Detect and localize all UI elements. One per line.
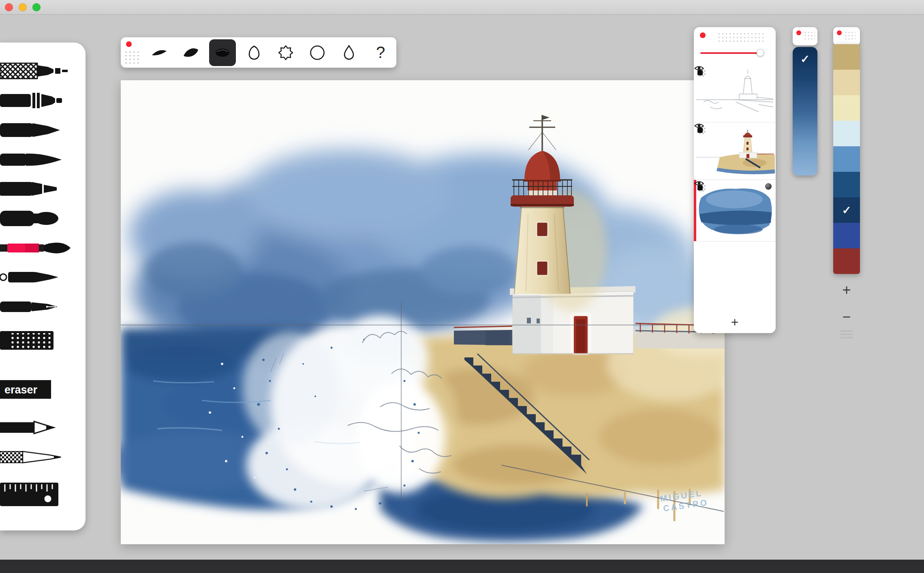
eye-icon[interactable] <box>694 65 704 72</box>
tool-paint-brush-selected[interactable] <box>0 233 95 263</box>
gradient-picker: ✓ <box>793 27 817 218</box>
layers-grip-dots-icon[interactable] <box>717 32 765 43</box>
paint-brush-icon <box>0 235 95 261</box>
color-swatch[interactable] <box>833 44 860 70</box>
brush-shape-seal-star[interactable] <box>270 37 302 68</box>
wash-layer-thumbnail <box>694 180 776 242</box>
tool-chisel-marker[interactable] <box>0 174 81 203</box>
crosshatch-marker-icon <box>0 58 81 84</box>
palette-drag-card[interactable] <box>833 27 860 45</box>
brush-shape-flat-nib[interactable] <box>143 37 175 68</box>
tool-sidebar: eraser <box>0 43 86 530</box>
seal-star-icon <box>276 43 295 62</box>
pencil-icon <box>0 415 81 440</box>
brush-shape-toolbar: ? <box>121 37 396 68</box>
tool-pastel-pencil[interactable] <box>0 442 81 472</box>
tool-round-brush[interactable] <box>0 203 81 233</box>
tool-crosshatch-marker[interactable] <box>0 56 81 86</box>
ruler-icon <box>0 475 85 516</box>
angled-nib-icon <box>182 43 200 62</box>
minimize-button[interactable] <box>19 3 27 11</box>
tool-brush-pen[interactable] <box>0 145 81 174</box>
tool-eraser[interactable]: eraser <box>0 371 81 408</box>
color-swatch[interactable] <box>833 95 860 121</box>
eraser-label: eraser <box>4 384 38 396</box>
teardrop-icon <box>340 43 358 62</box>
palette-grip-handle[interactable] <box>840 330 853 340</box>
marker-icon <box>0 88 81 113</box>
palette-close-dot[interactable] <box>837 30 842 35</box>
brush-pen-icon <box>0 147 81 173</box>
palette-grip-dots-icon <box>844 31 856 41</box>
eraser-icon: eraser <box>0 376 81 403</box>
tool-felt-pen[interactable] <box>0 115 81 145</box>
lighthouse-artwork: MIGUEL CASTRO <box>121 80 725 544</box>
color-swatch[interactable] <box>833 248 860 274</box>
add-layer-button[interactable]: + <box>694 315 776 330</box>
toolbar-drag-handle[interactable] <box>121 37 143 68</box>
layer-wash-selected[interactable] <box>694 180 776 242</box>
toolbar-close-dot[interactable] <box>126 41 132 47</box>
airbrush-icon <box>0 327 81 354</box>
chisel-marker-icon <box>0 176 81 202</box>
color-swatch[interactable] <box>833 146 860 172</box>
eye-icon[interactable] <box>694 180 704 187</box>
layer-opacity-knob[interactable] <box>757 49 764 56</box>
drawing-canvas[interactable]: MIGUEL CASTRO <box>121 80 725 544</box>
gradient-grip-dots-icon <box>804 31 815 41</box>
round-brush-icon <box>0 205 81 231</box>
tool-ruler[interactable] <box>0 475 85 517</box>
pastel-pencil-icon <box>0 444 81 470</box>
swatch-check-icon: ✓ <box>833 204 860 217</box>
zoom-button[interactable] <box>32 3 41 11</box>
titlebar <box>0 0 924 15</box>
flat-nib-icon <box>150 43 169 62</box>
brush-shape-angled-nib[interactable] <box>175 37 207 68</box>
brush-shape-egg[interactable] <box>238 37 270 68</box>
selected-layer-indicator <box>694 180 696 241</box>
brush-shape-circle[interactable] <box>302 37 333 68</box>
remove-color-button[interactable]: − <box>833 308 860 325</box>
tool-airbrush[interactable] <box>0 324 81 357</box>
circle-icon <box>308 43 327 62</box>
fountain-pen-icon <box>0 294 81 320</box>
layer-sketch[interactable] <box>694 65 776 122</box>
tool-charcoal-pen[interactable] <box>0 262 81 292</box>
egg-icon <box>245 43 263 62</box>
tool-pencil[interactable] <box>0 413 81 442</box>
layers-close-dot[interactable] <box>700 32 706 38</box>
gradient-check-icon: ✓ <box>793 53 817 66</box>
color-swatch-selected[interactable]: ✓ <box>833 197 860 223</box>
brush-help-button[interactable]: ? <box>365 37 396 68</box>
charcoal-pen-icon <box>0 264 81 290</box>
felt-pen-icon <box>0 117 81 143</box>
layers-panel: + <box>694 27 776 333</box>
sketch-layer-thumbnail <box>694 65 776 122</box>
add-color-button[interactable]: + <box>833 282 860 299</box>
color-swatch[interactable] <box>833 172 860 197</box>
gradient-drag-card[interactable] <box>793 27 817 45</box>
brush-shape-teardrop[interactable] <box>333 37 365 68</box>
layer-opacity-slider[interactable] <box>700 52 760 54</box>
layer-color[interactable] <box>694 122 776 180</box>
color-swatch[interactable] <box>833 121 860 146</box>
gradient-bar[interactable]: ✓ <box>793 47 817 175</box>
eye-icon[interactable] <box>694 122 704 129</box>
layer-color-dot <box>765 183 772 190</box>
gradient-close-dot[interactable] <box>796 30 801 35</box>
color-swatch[interactable] <box>833 223 860 248</box>
tool-marker[interactable] <box>0 86 81 115</box>
color-swatch[interactable] <box>833 70 860 95</box>
color-palette: ✓ + − <box>833 27 860 351</box>
color-layer-thumbnail <box>694 122 776 180</box>
toolbar-grip-dots-icon <box>124 50 141 65</box>
tool-fountain-pen[interactable] <box>0 292 81 321</box>
swatch-list: ✓ <box>833 44 860 274</box>
ellipse-icon <box>213 43 232 62</box>
close-button[interactable] <box>5 3 13 11</box>
brush-shape-ellipse-selected[interactable] <box>207 37 238 68</box>
dock-bar <box>0 560 924 573</box>
